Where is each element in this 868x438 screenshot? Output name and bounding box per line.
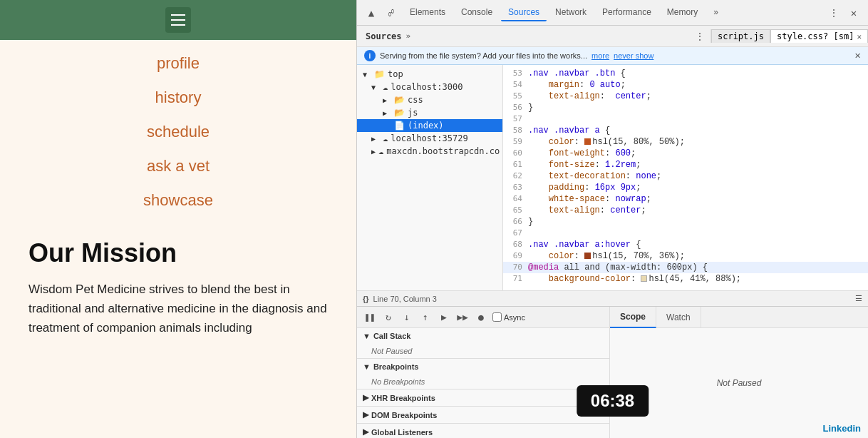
async-checkbox[interactable]: Async <box>492 312 525 322</box>
deactivate-button[interactable]: ▶▶ <box>455 310 470 325</box>
devtools-bottom: ❚❚ ↻ ↓ ↑ ▶ ▶▶ ● Async ▼ Call Stack <box>357 306 868 438</box>
file-tab-style-css-close[interactable]: ✕ <box>857 32 862 41</box>
code-line-58: 58 .nav .navbar a { <box>503 125 868 136</box>
code-line-55: 55 text-align: center; <box>503 91 868 102</box>
debug-toolbar: ❚❚ ↻ ↓ ↑ ▶ ▶▶ ● Async <box>357 307 609 328</box>
info-close-button[interactable]: ✕ <box>854 51 861 61</box>
timer-text: 06:38 <box>591 391 634 410</box>
call-stack-content: Not Paused <box>357 344 609 358</box>
step-out-button[interactable]: ↑ <box>418 310 433 325</box>
devtools-close-button[interactable]: ✕ <box>845 4 862 21</box>
tree-item-index[interactable]: 📄 (index) <box>357 119 502 132</box>
devtools-topbar: ▲ ☍ Elements Console Sources Network Per… <box>357 0 868 26</box>
code-line-56: 56 } <box>503 102 868 113</box>
code-line-62: 62 text-decoration: none; <box>503 170 868 182</box>
sources-menu-button[interactable]: ⋮ <box>695 31 711 42</box>
step-into-button[interactable]: ↓ <box>400 310 414 325</box>
nav-link-showcase[interactable]: showcase <box>129 184 227 217</box>
tab-memory[interactable]: Memory <box>660 4 705 21</box>
tab-performance[interactable]: Performance <box>595 4 658 21</box>
global-listeners-header[interactable]: ▶ Global Listeners <box>357 424 609 438</box>
tree-item-css[interactable]: ▶ 📂 css <box>357 93 502 106</box>
tree-arrow-localhost-35729: ▶ <box>371 135 380 143</box>
info-text: Serving from the file system? Add your f… <box>380 51 587 60</box>
tab-console[interactable]: Console <box>454 4 500 21</box>
code-editor[interactable]: 53 .nav .navbar .btn { 54 margin: 0 auto… <box>503 65 868 290</box>
dom-breakpoints-header[interactable]: ▶ DOM Breakpoints <box>357 407 609 423</box>
dom-breakpoints-section: ▶ DOM Breakpoints <box>357 407 609 424</box>
call-stack-label: Call Stack <box>373 332 411 340</box>
sources-label[interactable]: Sources <box>361 30 406 43</box>
tab-sources[interactable]: Sources <box>501 4 547 21</box>
folder-icon-js: 📂 <box>394 108 405 118</box>
file-tab-style-css-label: style.css? [sm] <box>777 31 854 41</box>
sources-chevron[interactable]: » <box>406 31 411 41</box>
tree-item-maxcdn[interactable]: ▶ ☁ maxcdn.bootstrapcdn.co <box>357 145 502 158</box>
pause-button[interactable]: ❚❚ <box>363 310 377 325</box>
device-toolbar-button[interactable]: ☍ <box>383 4 400 21</box>
format-button[interactable]: ☰ <box>855 294 862 303</box>
tab-scope[interactable]: Scope <box>610 307 656 328</box>
record-button[interactable]: ● <box>474 310 488 325</box>
devtools-settings-button[interactable]: ⋮ <box>825 4 842 21</box>
code-line-70: 70 @media all and (max-width: 600px) { <box>503 262 868 273</box>
tree-item-js[interactable]: ▶ 📂 js <box>357 106 502 119</box>
debugger-panel: ❚❚ ↻ ↓ ↑ ▶ ▶▶ ● Async ▼ Call Stack <box>357 307 610 438</box>
step-over-button[interactable]: ↻ <box>381 310 396 325</box>
mission-title: Our Mission <box>29 238 328 268</box>
breakpoints-arrow: ▼ <box>363 362 371 371</box>
breakpoints-header[interactable]: ▼ Breakpoints <box>357 359 609 375</box>
call-stack-arrow: ▼ <box>363 332 371 340</box>
tab-watch[interactable]: Watch <box>656 307 701 328</box>
devtools-panel: ▲ ☍ Elements Console Sources Network Per… <box>356 0 868 438</box>
dom-breakpoints-arrow: ▶ <box>363 410 368 419</box>
xhr-breakpoints-arrow: ▶ <box>363 393 368 402</box>
file-tab-script-js[interactable]: script.js <box>711 29 770 43</box>
tree-label-top: top <box>388 69 403 79</box>
nav-link-ask-a-vet[interactable]: ask a vet <box>133 150 224 183</box>
file-tab-style-css[interactable]: style.css? [sm] ✕ <box>770 29 868 43</box>
tree-label-maxcdn: maxcdn.bootstrapcdn.co <box>386 146 500 156</box>
tree-item-localhost-35729[interactable]: ▶ ☁ localhost:35729 <box>357 132 502 145</box>
cloud-icon-maxcdn: ☁ <box>378 146 383 156</box>
code-line-54: 54 margin: 0 auto; <box>503 79 868 91</box>
code-line-64: 64 white-space: nowrap; <box>503 193 868 205</box>
tree-item-top[interactable]: ▼ 📁 top <box>357 68 502 81</box>
call-stack-section: ▼ Call Stack Not Paused <box>357 328 609 359</box>
code-line-66: 66 } <box>503 216 868 228</box>
file-tab-script-js-label: script.js <box>718 31 764 41</box>
call-stack-header[interactable]: ▼ Call Stack <box>357 328 609 344</box>
info-never-show-link[interactable]: never show <box>614 51 653 60</box>
cloud-icon-localhost-3000: ☁ <box>383 82 388 92</box>
tree-label-localhost-35729: localhost:35729 <box>391 133 467 143</box>
nav-link-history[interactable]: history <box>141 81 216 114</box>
tab-more[interactable]: » <box>706 4 725 21</box>
debug-sections: ▼ Call Stack Not Paused ▼ Breakpoints No… <box>357 328 609 438</box>
xhr-breakpoints-header[interactable]: ▶ XHR Breakpoints <box>357 389 609 406</box>
tree-item-localhost-3000[interactable]: ▼ ☁ localhost:3000 <box>357 81 502 93</box>
nav-link-profile[interactable]: profile <box>143 47 214 80</box>
status-bar: {} Line 70, Column 3 ☰ <box>357 290 868 306</box>
code-line-59: 59 color: hsl(15, 80%, 50%); <box>503 136 868 148</box>
async-checkbox-input[interactable] <box>492 312 502 322</box>
hamburger-line-1 <box>171 14 185 16</box>
info-more-link[interactable]: more <box>591 51 609 60</box>
devtools-tabs: Elements Console Sources Network Perform… <box>403 4 822 21</box>
tab-elements[interactable]: Elements <box>403 4 453 21</box>
hamburger-line-2 <box>171 19 185 21</box>
nav-link-schedule[interactable]: schedule <box>133 116 224 148</box>
tree-arrow-js: ▶ <box>383 109 391 117</box>
inspect-element-button[interactable]: ▲ <box>363 4 380 21</box>
tree-label-js: js <box>408 108 418 118</box>
code-line-61: 61 font-size: 1.2rem; <box>503 159 868 170</box>
scope-watch-tabs: Scope Watch <box>610 307 868 328</box>
left-panel: profile history schedule ask a vet showc… <box>0 0 356 438</box>
tree-arrow-css: ▶ <box>383 96 391 104</box>
hamburger-menu[interactable] <box>165 7 191 33</box>
dom-breakpoints-label: DOM Breakpoints <box>371 411 437 419</box>
mission-text: Wisdom Pet Medicine strives to blend the… <box>29 280 328 338</box>
step-button[interactable]: ▶ <box>437 310 451 325</box>
devtools-main: ▼ 📁 top ▼ ☁ localhost:3000 ▶ 📂 css ▶ 📂 j… <box>357 65 868 290</box>
tab-network[interactable]: Network <box>548 4 594 21</box>
nav-header <box>0 0 356 40</box>
